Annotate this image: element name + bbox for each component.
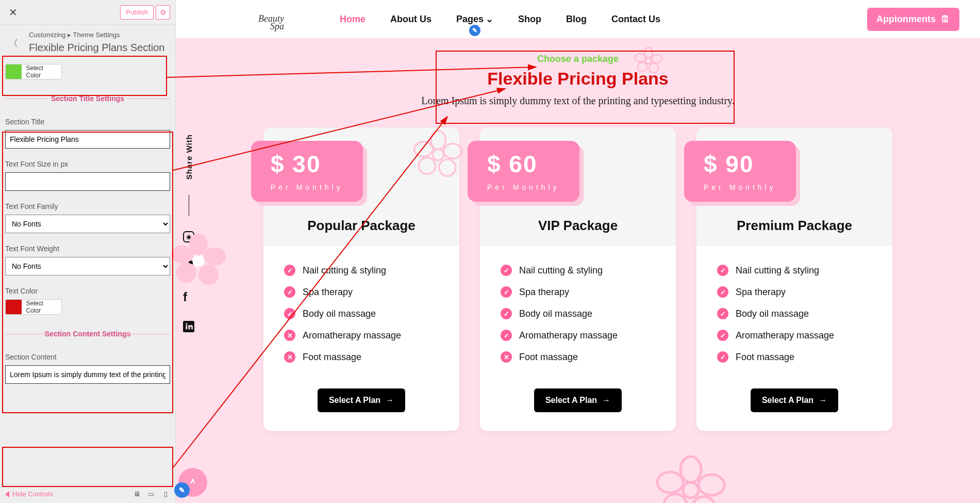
subtitle-color-picker[interactable]: Select Color (5, 64, 62, 79)
select-plan-button[interactable]: Select A Plan → (534, 388, 622, 412)
tablet-preview-icon[interactable]: ▭ (146, 490, 156, 499)
arrow-right-icon: → (819, 396, 827, 405)
feature-item: ✓ Body oil massage (284, 308, 439, 319)
feature-text: Aromatherapy massage (303, 330, 401, 341)
feature-text: Body oil massage (303, 309, 376, 319)
mobile-preview-icon[interactable]: ▯ (161, 490, 170, 499)
input-section-content[interactable] (5, 365, 170, 384)
feature-item: ✓ Body oil massage (501, 308, 655, 319)
color-swatch-icon (6, 300, 22, 314)
flower-decor-icon (655, 454, 727, 503)
divider-title-settings: Section Title Settings (5, 91, 170, 106)
check-icon: ✓ (501, 330, 512, 341)
price-period: Per Monthly (487, 183, 560, 191)
feature-text: Nail cutting & styling (303, 265, 386, 276)
edit-shortcut-icon[interactable]: ✎ (174, 482, 190, 498)
feature-list: ✓ Nail cutting & styling ✓ Spa therapy ✓… (696, 246, 892, 388)
plan-name: Premium Package (737, 218, 852, 234)
svg-point-15 (204, 247, 226, 265)
select-font-family[interactable]: No Fonts (5, 215, 170, 233)
check-icon: ✓ (717, 286, 728, 298)
pricing-cards: $ 30 Per Monthly Popular Package ✓ Nail … (176, 127, 980, 431)
gear-icon[interactable]: ⚙ (156, 5, 170, 20)
svg-point-12 (414, 142, 433, 157)
feature-item: ✓ Nail cutting & styling (501, 265, 655, 276)
site-logo[interactable]: Beauty Spa (258, 7, 284, 31)
feature-item: ✕ Aromatherapy massage (284, 330, 439, 341)
desktop-preview-icon[interactable]: 🖥 (132, 490, 141, 499)
svg-point-10 (439, 159, 456, 176)
close-icon[interactable]: ✕ (5, 5, 21, 20)
feature-text: Spa therapy (303, 287, 353, 298)
svg-point-9 (444, 144, 462, 159)
calendar-icon: 🗓 (941, 14, 950, 25)
title-color-picker[interactable]: Select Color (5, 299, 62, 315)
price-amount: $ 60 (487, 150, 560, 178)
pricing-card: $ 90 Per Monthly Premium Package ✓ Nail … (696, 127, 892, 431)
publish-button[interactable]: Publish (120, 5, 154, 20)
color-swatch-icon (6, 64, 22, 79)
check-icon: ✓ (717, 330, 728, 341)
feature-item: ✕ Foot massage (501, 351, 655, 363)
label-section-title: Section Title (5, 118, 170, 126)
feature-item: ✓ Nail cutting & styling (717, 265, 872, 276)
section-content: Lorem Ipsum is simply dummy text of the … (176, 95, 980, 107)
check-icon: ✓ (717, 351, 728, 363)
select-color-label: Select Color (22, 300, 61, 314)
feature-text: Foot massage (303, 352, 361, 363)
facebook-icon[interactable]: f (183, 290, 194, 304)
edit-shortcut-icon[interactable]: ✎ (469, 25, 480, 36)
svg-point-18 (171, 246, 193, 264)
section-subtitle: Choose a package (176, 54, 980, 64)
price-tag: $ 30 Per Monthly (251, 141, 363, 202)
select-plan-button[interactable]: Select A Plan → (751, 388, 838, 412)
arrow-left-icon (5, 491, 9, 497)
share-divider (189, 195, 189, 216)
feature-item: ✓ Body oil massage (717, 308, 872, 319)
feature-item: ✓ Spa therapy (284, 286, 439, 298)
select-font-weight[interactable]: No Fonts (5, 257, 170, 275)
breadcrumb: Customizing ▸ Theme Settings (0, 25, 175, 42)
feature-list: ✓ Nail cutting & styling ✓ Spa therapy ✓… (263, 246, 459, 388)
price-amount: $ 90 (704, 150, 776, 178)
price-period: Per Monthly (704, 183, 776, 191)
check-icon: ✓ (501, 265, 512, 276)
feature-item: ✓ Aromatherapy massage (717, 330, 872, 341)
price-tag: $ 90 Per Monthly (684, 141, 796, 202)
linkedin-icon[interactable] (183, 321, 194, 335)
customizer-panel: ✕ Publish ⚙ 〈 Customizing ▸ Theme Settin… (0, 0, 176, 503)
svg-point-3 (652, 55, 662, 63)
label-font-family: Text Font Family (5, 202, 170, 210)
feature-text: Aromatherapy massage (519, 330, 618, 341)
flower-decor-icon (634, 46, 663, 75)
check-icon: ✓ (284, 265, 295, 276)
section-header: Choose a package Flexible Pricing Plans … (176, 54, 980, 107)
hide-controls-button[interactable]: Hide Controls (5, 490, 53, 498)
nav-pages[interactable]: Pages ⌄ ✎ (456, 13, 493, 25)
nav-contact[interactable]: Contact Us (611, 14, 660, 25)
cross-icon: ✕ (284, 330, 295, 341)
nav-about[interactable]: About Us (390, 14, 431, 25)
svg-point-16 (198, 265, 219, 285)
panel-title: Flexible Pricing Plans Section (0, 42, 175, 61)
nav-blog[interactable]: Blog (566, 14, 587, 25)
nav-home[interactable]: Home (340, 14, 366, 25)
check-icon: ✓ (284, 308, 295, 319)
input-font-size[interactable] (5, 172, 170, 191)
check-icon: ✓ (717, 265, 728, 276)
card-header: $ 60 Per Monthly VIP Package (480, 127, 676, 246)
divider-content-settings: Section Content Settings (5, 326, 170, 342)
back-to-top-button[interactable]: ＾ ✎ (178, 468, 207, 497)
appointments-button[interactable]: Appionments 🗓 (867, 8, 959, 31)
svg-point-21 (699, 475, 724, 495)
feature-text: Spa therapy (736, 287, 786, 298)
price-tag: $ 60 Per Monthly (468, 141, 579, 202)
select-plan-button[interactable]: Select A Plan → (318, 388, 405, 412)
feature-item: ✓ Spa therapy (501, 286, 655, 298)
feature-text: Foot massage (736, 352, 794, 363)
svg-point-1 (645, 58, 652, 64)
input-section-title[interactable] (5, 130, 170, 149)
check-icon: ✓ (501, 308, 512, 319)
nav-shop[interactable]: Shop (518, 14, 541, 25)
site-nav: Beauty Spa Home About Us Pages ⌄ ✎ Shop … (176, 0, 980, 38)
